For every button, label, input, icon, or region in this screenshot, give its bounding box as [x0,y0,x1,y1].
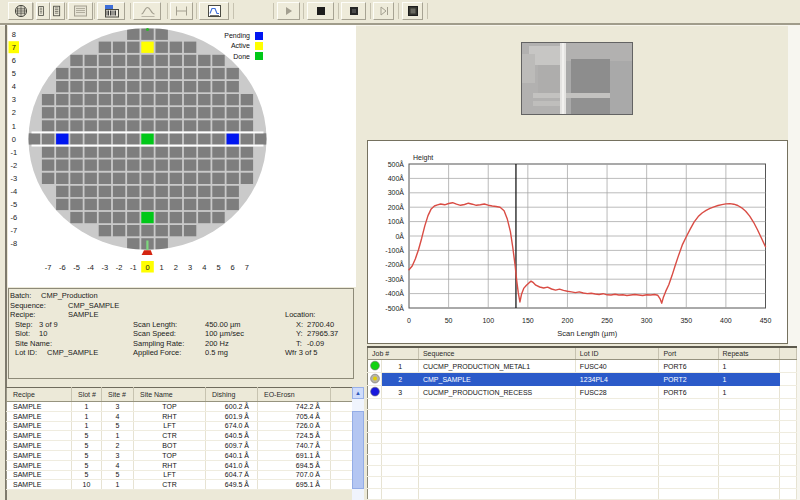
wafer-die [127,212,139,223]
info-recipe-label: Recipe: [10,310,35,319]
site-table-row[interactable]: SAMPLE52BOT609.7 Å740.7 Å [7,441,353,451]
barcode-button[interactable] [97,2,125,20]
col-axis-label: 0 [145,263,149,272]
site-table-row[interactable]: SAMPLE14RHT601.9 Å705.4 Å [7,411,353,421]
site-table-row[interactable]: SAMPLE101CTR649.5 Å695.1 Å [7,480,353,490]
site-table-row[interactable]: SAMPLE51CTR640.5 Å724.5 Å [7,431,353,441]
wafer-die [127,173,139,184]
wafer-die [227,107,239,118]
info-recipe-value: SAMPLE [68,310,98,319]
wafer-die [198,94,210,105]
site-cell: 4 [102,411,134,421]
wafer-die [127,55,139,66]
cassette-right-button[interactable] [50,2,65,20]
job-col-header[interactable]: Repeats [718,347,779,360]
wafer-die [70,133,82,144]
site-col-header[interactable]: Dishing [206,388,258,402]
site-cell: 3 [102,402,134,412]
x-tick-label: 350 [680,317,692,324]
site-list-button[interactable] [68,2,93,20]
info-site-name-label: Site Name: [15,339,52,348]
wafer-die [127,133,139,144]
wafer-die [156,107,168,118]
toolbar-separator [167,3,168,19]
job-col-header[interactable]: Port [659,347,718,360]
job-col-header-filler [779,347,796,360]
job-col-header[interactable]: Sequence [418,347,575,360]
wafer-die [85,199,97,210]
stop-icon [313,4,328,18]
scan-curve-button[interactable] [133,2,161,20]
wafer-die [184,173,196,184]
profile-view-button[interactable] [199,2,229,20]
site-cell: 5 [72,460,102,470]
wafer-die [170,225,182,236]
job-table-row[interactable]: 2CMP_SAMPLE1234PL4PORT21 [368,373,797,386]
wafer-site-die [141,212,153,223]
step-button[interactable] [373,2,394,20]
job-table-row[interactable]: 1CUCMP_PRODUCTION_METAL1FUSC40PORT61 [368,360,797,373]
job-col-header[interactable]: Job # [368,347,419,360]
wafer-die [99,55,111,66]
info-batch-label: Batch: [10,291,31,300]
site-table-row[interactable]: SAMPLE53TOP640.1 Å691.1 Å [7,450,353,460]
wafer-die [141,94,153,105]
site-col-header[interactable]: EO-Erosn [258,388,331,402]
site-cell: RHT [134,411,206,421]
wafer-die [113,81,125,92]
abort-button[interactable] [341,2,366,20]
wafer-die [127,120,139,131]
wafer-map-button[interactable] [8,2,33,20]
info-step-label: Step: [15,320,33,329]
job-table-empty-row [368,421,797,432]
scroll-up-button[interactable]: ▲ [352,387,364,399]
play-button[interactable] [277,2,300,20]
wafer-die [99,225,111,236]
site-col-header[interactable]: Site # [102,388,134,402]
x-tick-label: 0 [407,317,411,324]
load-button[interactable] [402,2,423,20]
wafer-die [127,238,139,249]
wafer-die [99,133,111,144]
x-tick-label: 450 [760,317,772,324]
legend-swatch [255,32,263,40]
job-lot_id-cell: FUSC28 [575,386,659,399]
site-table-row[interactable]: SAMPLE15LFT674.0 Å726.0 Å [7,421,353,431]
info-slot-value: 10 [39,329,47,338]
chart-title: Height [413,154,433,162]
measure-button[interactable] [170,2,193,20]
site-table-row[interactable]: SAMPLE54RHT641.0 Å694.5 Å [7,460,353,470]
site-col-header[interactable]: Slot # [72,388,102,402]
y-tick-label: -200Å [385,260,404,268]
y-tick-label: -500Å [385,304,404,312]
stop-button[interactable] [307,2,334,20]
site-cell: 691.1 Å [258,450,331,460]
site-col-header[interactable]: Recipe [7,388,72,402]
info-t-value: -0.09 [307,339,324,348]
row-axis-label: -5 [10,200,17,209]
site-table-scrollbar[interactable]: ▲ [352,387,364,500]
y-tick-label: 300Å [388,188,405,196]
row0-axis-line [32,131,264,133]
wafer-die [127,68,139,79]
site-cell: 740.7 Å [258,441,331,451]
job-col-header[interactable]: Lot ID [575,347,659,360]
x-tick-label: 150 [522,317,534,324]
site-table-row[interactable]: SAMPLE13TOP600.2 Å742.2 Å [7,402,353,412]
site-cell: SAMPLE [7,441,72,451]
legend-item: Pending [168,31,263,40]
job-table-row[interactable]: 3CUCMP_PRODUCTION_RECESSFUSC28PORT61 [368,386,797,399]
site-cell-filler [331,450,353,460]
cassette-right-icon [51,4,64,18]
wafer-die [184,94,196,105]
cassette-left-button[interactable] [36,2,50,20]
site-table-row[interactable]: SAMPLE55LFT604.7 Å707.0 Å [7,470,353,480]
site-cell: 1 [102,431,134,441]
site-col-header[interactable]: Site Name [134,388,206,402]
col-axis-label: -5 [73,263,80,272]
cassette-left-icon [37,4,49,18]
wafer-die [156,238,168,249]
scrollbar-thumb[interactable] [352,411,364,489]
info-t-label: T: [296,339,302,348]
toolbar-separator [196,3,197,19]
